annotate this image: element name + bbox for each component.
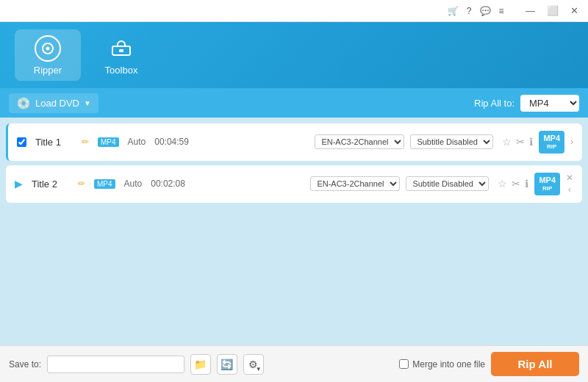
rip-all-to-label: Rip All to: <box>474 98 514 109</box>
title1-info-icon[interactable]: ℹ <box>529 136 533 148</box>
table-row: Title 1 ✏ MP4 Auto 00:04:59 EN-AC3-2Chan… <box>6 123 582 161</box>
title1-quality: Auto <box>128 137 146 147</box>
restore-button[interactable]: ⬜ <box>543 4 562 18</box>
refresh-button[interactable]: 🔄 <box>217 354 237 375</box>
title1-format-btn-sub: RIP <box>547 143 556 151</box>
svg-point-1 <box>46 46 50 50</box>
title2-edit-icon[interactable]: ✏ <box>78 179 85 189</box>
chat-icon[interactable]: 💬 <box>479 5 491 17</box>
title1-star-icon[interactable]: ☆ <box>502 136 512 148</box>
titles-list: Title 1 ✏ MP4 Auto 00:04:59 EN-AC3-2Chan… <box>0 118 588 382</box>
title1-format-btn-label: MP4 <box>543 134 560 143</box>
title1-expand-icon[interactable]: › <box>570 137 573 147</box>
title1-subtitle-select[interactable]: Subtitle Disabled English French <box>410 134 493 149</box>
title1-format-button[interactable]: MP4 RIP <box>539 131 564 154</box>
save-to-label: Save to: <box>9 359 41 370</box>
load-dvd-label: Load DVD <box>35 98 79 109</box>
title1-scissors-icon[interactable]: ✂ <box>516 136 525 148</box>
toolbox-icon <box>108 35 135 62</box>
refresh-icon: 🔄 <box>220 358 233 370</box>
title2-close-icon[interactable]: ✕ <box>566 173 573 183</box>
title2-end-icons: ✕ ‹ <box>566 173 573 195</box>
rip-all-button[interactable]: Rip All <box>491 352 579 376</box>
window-controls: 🛒 ? 💬 ≡ — ⬜ ✕ <box>447 4 582 18</box>
title1-name: Title 1 <box>35 137 76 148</box>
title2-play-icon[interactable]: ▶ <box>15 178 23 190</box>
top-navigation: Ripper Toolbox <box>0 22 588 88</box>
title-bar: 🛒 ? 💬 ≡ — ⬜ ✕ <box>0 0 588 22</box>
title2-format-btn-label: MP4 <box>539 176 556 185</box>
rip-all-to-section: Rip All to: MP4 MKV AVI MOV MP3 <box>474 95 579 112</box>
cart-icon[interactable]: 🛒 <box>447 5 459 17</box>
main-toolbar: 💿 Load DVD ▼ Rip All to: MP4 MKV AVI MOV… <box>0 88 588 118</box>
title1-audio-select[interactable]: EN-AC3-2Channel EN-AC3-Surround Disable <box>315 134 404 149</box>
title1-checkbox[interactable] <box>17 137 26 147</box>
ripper-icon <box>35 35 61 62</box>
title2-action-icons: ☆ ✂ ℹ <box>498 178 528 190</box>
minimize-button[interactable]: — <box>522 4 539 18</box>
load-dvd-dropdown-icon[interactable]: ▼ <box>84 99 91 107</box>
load-dvd-button[interactable]: 💿 Load DVD ▼ <box>9 93 98 113</box>
title2-subtitle-select[interactable]: Subtitle Disabled English French <box>406 176 489 191</box>
ripper-label: Ripper <box>34 65 62 76</box>
format-select[interactable]: MP4 MKV AVI MOV MP3 <box>520 95 579 112</box>
title2-collapse-icon[interactable]: ‹ <box>568 184 571 195</box>
title2-audio-select[interactable]: EN-AC3-2Channel EN-AC3-Surround Disable <box>310 176 400 191</box>
browse-folder-button[interactable]: 📁 <box>190 354 211 375</box>
bottom-bar: Save to: 📁 🔄 ⚙ ▼ Merge into one file Rip… <box>0 345 588 382</box>
title1-format-badge: MP4 <box>98 137 119 147</box>
title2-quality: Auto <box>124 179 143 189</box>
merge-label: Merge into one file <box>412 359 485 370</box>
save-path-input[interactable] <box>47 356 184 373</box>
title1-duration: 00:04:59 <box>154 137 189 147</box>
title2-star-icon[interactable]: ☆ <box>498 178 507 190</box>
toolbox-nav-button[interactable]: Toolbox <box>88 29 154 81</box>
ripper-nav-button[interactable]: Ripper <box>15 29 81 81</box>
title2-format-button[interactable]: MP4 RIP <box>534 173 560 195</box>
title2-format-btn-sub: RIP <box>542 185 552 192</box>
app-window: 🛒 ? 💬 ≡ — ⬜ ✕ Ripper <box>0 0 588 382</box>
merge-checkbox[interactable] <box>399 359 409 369</box>
title2-name: Title 2 <box>32 179 72 190</box>
folder-icon: 📁 <box>194 358 207 370</box>
help-icon[interactable]: ? <box>463 5 475 17</box>
title2-scissors-icon[interactable]: ✂ <box>512 178 520 190</box>
table-row: ▶ Title 2 ✏ MP4 Auto 00:02:08 EN-AC3-2Ch… <box>6 165 582 203</box>
dvd-icon: 💿 <box>16 96 31 110</box>
menu-icon[interactable]: ≡ <box>495 5 507 17</box>
title2-info-icon[interactable]: ℹ <box>525 178 528 190</box>
svg-rect-3 <box>119 49 123 52</box>
title2-format-badge: MP4 <box>94 179 115 189</box>
title2-duration: 00:02:08 <box>151 179 185 189</box>
title1-edit-icon[interactable]: ✏ <box>82 137 89 147</box>
close-button[interactable]: ✕ <box>567 4 582 18</box>
settings-dropdown-icon: ▼ <box>256 366 262 372</box>
merge-checkbox-area: Merge into one file <box>399 359 485 370</box>
toolbox-label: Toolbox <box>105 65 138 76</box>
title1-action-icons: ☆ ✂ ℹ <box>502 136 533 148</box>
settings-button[interactable]: ⚙ ▼ <box>243 354 264 375</box>
